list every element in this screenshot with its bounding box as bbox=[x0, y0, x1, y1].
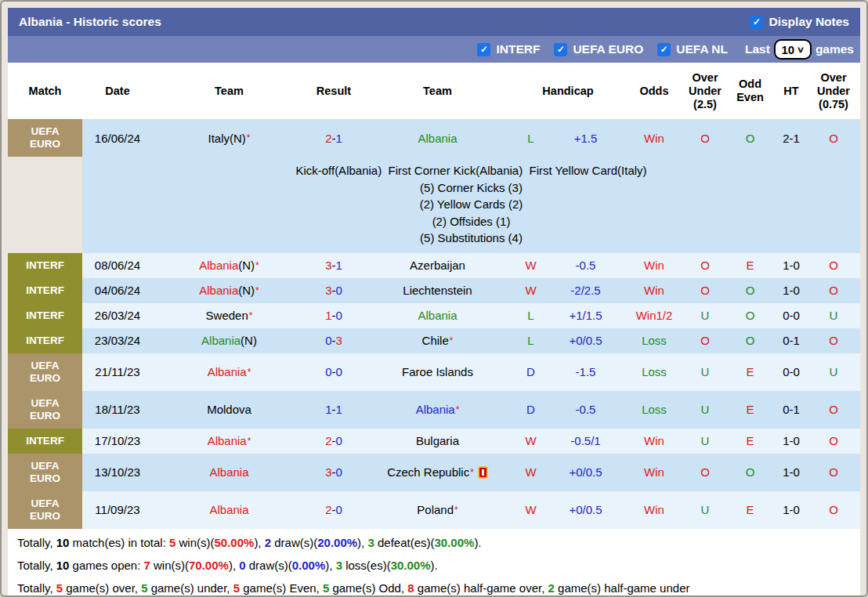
ht-score: 1-0 bbox=[776, 491, 807, 529]
checkmark-icon: ✓ bbox=[557, 44, 565, 55]
competition-label: UEFA bbox=[31, 498, 59, 510]
team-name: Albania bbox=[416, 403, 455, 416]
summary-line: Totally, 10 games open: 7 win(s)(70.00%)… bbox=[17, 554, 851, 577]
summary-segment: 2 bbox=[265, 536, 271, 549]
away-team: Poland* bbox=[362, 491, 513, 529]
team-suffix: (N) bbox=[230, 132, 246, 145]
summary-segment: ), bbox=[254, 536, 264, 549]
competition-label: UEFA bbox=[31, 460, 59, 472]
away-team: Chile* bbox=[362, 328, 513, 353]
team-name: Albania bbox=[208, 365, 247, 378]
team-name: Bulgaria bbox=[416, 434, 459, 447]
match-date: 17/10/23 bbox=[82, 429, 153, 454]
match-row: UEFAEURO21/11/23Albania*0-0Faroe Islands… bbox=[8, 353, 860, 391]
summary-segment: game(s) half-game over, bbox=[414, 581, 548, 595]
odd-even: O bbox=[725, 119, 776, 157]
away-score: 0 bbox=[336, 434, 342, 447]
match-date: 11/09/23 bbox=[82, 491, 153, 529]
match-date: 13/10/23 bbox=[82, 454, 153, 491]
away-team: Czech Republic* bbox=[362, 454, 513, 491]
summary-segment: games open: bbox=[69, 559, 143, 572]
home-team: Sweden* bbox=[153, 303, 306, 328]
ht-score: 1-0 bbox=[776, 454, 807, 491]
filter-checkbox[interactable]: ✓ bbox=[477, 43, 490, 56]
odds-result: Win bbox=[623, 454, 685, 491]
home-score: 3 bbox=[325, 284, 331, 297]
competition-label: UEFA bbox=[31, 397, 59, 410]
competition-label: INTERF bbox=[26, 259, 64, 272]
odd-even: O bbox=[725, 278, 776, 303]
handicap-value: +0/0.5 bbox=[548, 328, 623, 353]
summary-segment: ). bbox=[431, 559, 438, 572]
odds-result: Win bbox=[623, 491, 685, 529]
odd-even: E bbox=[725, 429, 776, 454]
over-under-0-75: O bbox=[807, 429, 860, 454]
competition-label: INTERF bbox=[26, 335, 64, 347]
column-header-over-under-2.5-: Over Under (2.5) bbox=[685, 71, 725, 111]
column-header-odds: Odds bbox=[623, 85, 685, 98]
handicap-value: -0.5/1 bbox=[548, 429, 623, 454]
last-games-select[interactable]: 10 ∨ bbox=[774, 39, 812, 60]
column-header-over-under-0.75-: Over Under (0.75) bbox=[807, 71, 860, 111]
summary-segment: 3 bbox=[367, 536, 374, 549]
away-score: 3 bbox=[336, 334, 342, 347]
score: 1-0 bbox=[306, 303, 362, 328]
last-games-value: 10 bbox=[782, 43, 795, 56]
over-under-0-75: O bbox=[807, 328, 860, 353]
match-row: INTERF04/06/24Albania(N)*3-0Liechtenstei… bbox=[8, 278, 860, 303]
home-team: Albania bbox=[153, 491, 306, 529]
away-score: 0 bbox=[336, 503, 342, 516]
over-under-2-5: O bbox=[685, 328, 725, 353]
over-under-0-75: O bbox=[807, 253, 860, 278]
odd-even: E bbox=[725, 353, 776, 391]
summary-footer: Totally, 10 match(es) in total: 5 win(s)… bbox=[8, 529, 860, 597]
handicap-value: +0/0.5 bbox=[548, 454, 623, 491]
red-card-icon bbox=[478, 466, 488, 479]
wdl-result: L bbox=[513, 303, 548, 328]
team-name: Faroe Islands bbox=[402, 365, 473, 378]
odd-even: O bbox=[725, 328, 776, 353]
summary-segment: ), bbox=[357, 536, 367, 549]
competition-label: INTERF bbox=[26, 309, 64, 322]
checkmark-icon: ✓ bbox=[660, 44, 668, 55]
display-notes-checkbox[interactable]: ✓ bbox=[750, 16, 763, 29]
summary-segment: 5 bbox=[323, 581, 329, 595]
filter-bar: ✓INTERF✓UEFA EURO✓UEFA NL Last 10 ∨ game… bbox=[8, 36, 860, 63]
over-under-0-75: O bbox=[807, 454, 860, 491]
filter-label: UEFA NL bbox=[676, 42, 728, 56]
score: 2-1 bbox=[306, 119, 362, 157]
title-bar: Albania - Historic scores ✓ Display Note… bbox=[8, 8, 860, 36]
summary-segment: game(s) under, bbox=[147, 581, 233, 595]
filter-checkbox[interactable]: ✓ bbox=[657, 43, 671, 56]
summary-segment: 2 bbox=[548, 581, 555, 595]
away-team: Bulgaria bbox=[362, 429, 513, 454]
team-name: Moldova bbox=[207, 403, 251, 416]
summary-segment: 7 bbox=[144, 559, 150, 572]
display-notes-label: Display Notes bbox=[769, 15, 849, 29]
summary-segment: 5 bbox=[56, 581, 63, 595]
score: 1-1 bbox=[306, 391, 362, 429]
over-under-0-75: U bbox=[807, 353, 860, 391]
summary-segment: ), bbox=[325, 559, 335, 572]
match-row: INTERF23/03/24Albania(N)0-3Chile*L+0/0.5… bbox=[8, 328, 860, 353]
chevron-down-icon: ∨ bbox=[797, 45, 805, 55]
competition-label: EURO bbox=[30, 372, 60, 385]
handicap-value: +1.5 bbox=[548, 119, 623, 157]
ht-score: 2-1 bbox=[776, 119, 807, 157]
wdl-result: W bbox=[513, 454, 548, 491]
filter-checkbox[interactable]: ✓ bbox=[554, 43, 567, 56]
over-under-2-5: O bbox=[685, 454, 725, 491]
summary-segment: 5 bbox=[233, 581, 240, 595]
score: 0-0 bbox=[306, 353, 362, 391]
handicap-value: +1/1.5 bbox=[548, 303, 623, 328]
match-competition-badge: UEFAEURO bbox=[8, 391, 82, 429]
summary-segment: loss(es)( bbox=[342, 559, 391, 572]
filter-item-uefa-nl: ✓UEFA NL bbox=[657, 42, 728, 56]
summary-segment: Totally, bbox=[17, 559, 56, 572]
team-name: Albania bbox=[199, 284, 238, 297]
match-date: 21/11/23 bbox=[82, 353, 153, 391]
over-under-0-75: O bbox=[807, 278, 860, 303]
table-header-row: MatchDateTeamResultTeamHandicapOddsOver … bbox=[8, 63, 860, 119]
match-date: 23/03/24 bbox=[82, 328, 153, 353]
summary-segment: win(s)( bbox=[150, 559, 189, 572]
